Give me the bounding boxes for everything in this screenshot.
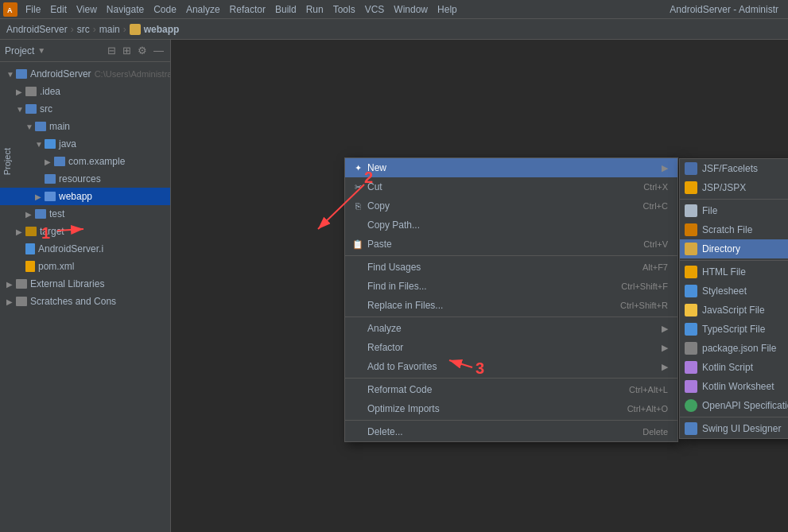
menu-edit[interactable]: Edit <box>45 2 72 17</box>
tree-arrow-androidserver: ▼ <box>6 70 14 79</box>
project-tree: ▼ AndroidServer C:\Users\Administrator\I… <box>0 62 170 313</box>
tree-item-webapp[interactable]: ▶ webapp <box>0 188 170 205</box>
menu-run[interactable]: Run <box>301 2 328 17</box>
menu-build[interactable]: Build <box>270 2 301 17</box>
folder-icon-resources <box>45 174 56 184</box>
tree-arrow-src: ▼ <box>16 105 24 114</box>
sub-item-kotlin-worksheet[interactable]: Kotlin Worksheet <box>680 377 788 396</box>
sub-icon-kotlin-worksheet <box>685 380 697 393</box>
tree-item-java[interactable]: ▼ java <box>0 135 170 153</box>
ctx-separator-2 <box>345 316 677 317</box>
menu-navigate[interactable]: Navigate <box>102 2 149 17</box>
context-menu: ✦ New ▶ ✂ Cut Ctrl+X ⎘ Copy Ctrl+C Copy … <box>344 157 678 442</box>
sub-icon-css <box>685 285 697 297</box>
ctx-shortcut-reformat: Ctrl+Alt+L <box>629 385 668 394</box>
sub-item-css[interactable]: Stylesheet <box>680 282 788 301</box>
menu-vcs[interactable]: VCS <box>360 2 390 17</box>
ctx-icon-new: ✦ <box>351 161 364 174</box>
tree-item-scratches[interactable]: ▶ Scratches and Cons <box>0 293 170 310</box>
sub-item-jsf[interactable]: JSF/Facelets <box>680 159 788 178</box>
menu-help[interactable]: Help <box>433 2 462 17</box>
ctx-label-delete: Delete... <box>367 426 403 437</box>
sub-icon-file <box>685 204 697 217</box>
ctx-item-reformat[interactable]: Reformat Code Ctrl+Alt+L <box>345 380 677 399</box>
breadcrumb-main[interactable]: main <box>99 24 120 35</box>
sub-icon-ts <box>685 323 697 336</box>
ctx-item-delete[interactable]: Delete... Delete <box>345 422 677 441</box>
menu-file[interactable]: File <box>21 2 45 17</box>
sub-item-swing[interactable]: Swing UI Designer <box>680 419 788 438</box>
menu-view[interactable]: View <box>72 2 102 17</box>
ctx-arrow-refactor: ▶ <box>662 343 668 353</box>
ctx-item-copy[interactable]: ⎘ Copy Ctrl+C <box>345 196 677 216</box>
ctx-item-find-usages[interactable]: Find Usages Alt+F7 <box>345 258 677 277</box>
menu-analyze[interactable]: Analyze <box>181 2 225 17</box>
sub-icon-swing <box>685 422 697 435</box>
menu-code[interactable]: Code <box>149 2 181 17</box>
menu-tools[interactable]: Tools <box>328 2 360 17</box>
breadcrumb-src[interactable]: src <box>77 24 90 35</box>
tree-item-androidserver[interactable]: ▼ AndroidServer C:\Users\Administrator\I… <box>0 65 170 83</box>
menu-refactor[interactable]: Refactor <box>225 2 270 17</box>
sub-icon-js <box>685 304 697 316</box>
breadcrumb-webapp[interactable]: webapp <box>144 24 180 35</box>
tree-label-target: target <box>40 226 64 237</box>
sub-item-file[interactable]: File <box>680 201 788 220</box>
tree-item-com-example[interactable]: ▶ com.example <box>0 153 170 170</box>
tree-arrow-scratches: ▶ <box>6 297 14 306</box>
ctx-item-copy-path[interactable]: Copy Path... <box>345 216 677 235</box>
panel-action-settings[interactable]: ⚙ <box>136 45 149 56</box>
tree-item-src[interactable]: ▼ src <box>0 100 170 118</box>
panel-chevron-icon[interactable]: ▼ <box>37 46 45 55</box>
ctx-icon-analyze <box>351 322 364 335</box>
panel-action-collapse[interactable]: ⊟ <box>106 45 118 56</box>
panel-action-close[interactable]: — <box>152 45 165 56</box>
sub-icon-html <box>685 266 697 278</box>
tree-item-androidserver-file[interactable]: ▶ AndroidServer.i <box>0 240 170 258</box>
tree-item-external-libs[interactable]: ▶ External Libraries <box>0 275 170 293</box>
ctx-icon-cut: ✂ <box>351 181 364 193</box>
breadcrumb-androidserver[interactable]: AndroidServer <box>6 24 68 35</box>
ctx-label-find-usages: Find Usages <box>367 262 421 273</box>
sub-item-openapi[interactable]: OpenAPI Specification <box>680 396 788 415</box>
sub-icon-scratch <box>685 223 697 236</box>
tree-item-pom[interactable]: ▶ pom.xml <box>0 258 170 275</box>
ctx-icon-find-in-files <box>351 280 364 293</box>
sub-item-pkg[interactable]: package.json File <box>680 339 788 358</box>
window-title: AndroidServer - Administr <box>670 4 785 15</box>
ctx-item-paste[interactable]: 📋 Paste Ctrl+V <box>345 235 677 254</box>
sub-icon-jsp <box>685 181 697 194</box>
folder-icon-webapp <box>45 192 56 201</box>
ctx-item-replace-in-files[interactable]: Replace in Files... Ctrl+Shift+R <box>345 296 677 315</box>
sub-item-directory[interactable]: Directory <box>680 239 788 258</box>
ctx-item-refactor[interactable]: Refactor ▶ <box>345 338 677 357</box>
ctx-label-replace-in-files: Replace in Files... <box>367 300 443 311</box>
ctx-item-analyze[interactable]: Analyze ▶ <box>345 319 677 338</box>
tree-item-test[interactable]: ▶ test <box>0 205 170 223</box>
panel-action-expand[interactable]: ⊞ <box>121 45 133 56</box>
ctx-shortcut-replace-in-files: Ctrl+Shift+R <box>620 301 668 310</box>
project-tab-label[interactable]: Project <box>0 143 14 180</box>
sub-item-scratch[interactable]: Scratch File Ctrl+Alt+Shift+Insert <box>680 220 788 239</box>
sub-item-ts[interactable]: TypeScript File <box>680 320 788 339</box>
folder-icon-com-example <box>54 157 65 166</box>
sub-item-jsp[interactable]: JSP/JSPX <box>680 178 788 197</box>
ctx-label-refactor: Refactor <box>367 342 403 353</box>
ctx-item-optimize-imports[interactable]: Optimize Imports Ctrl+Alt+O <box>345 399 677 418</box>
sub-item-js[interactable]: JavaScript File <box>680 301 788 320</box>
tree-item-target[interactable]: ▶ target <box>0 223 170 240</box>
tree-item-main[interactable]: ▼ main <box>0 118 170 135</box>
tree-item-idea[interactable]: ▶ .idea <box>0 83 170 100</box>
ctx-item-find-in-files[interactable]: Find in Files... Ctrl+Shift+F <box>345 277 677 296</box>
sub-item-html[interactable]: HTML File <box>680 262 788 282</box>
ctx-shortcut-find-in-files: Ctrl+Shift+F <box>621 282 668 291</box>
ctx-item-new[interactable]: ✦ New ▶ <box>345 158 677 177</box>
menu-window[interactable]: Window <box>389 2 433 17</box>
sub-item-kotlin-script[interactable]: Kotlin Script <box>680 358 788 377</box>
tree-item-resources[interactable]: ▶ resources <box>0 170 170 188</box>
ctx-icon-add-favorites <box>351 360 364 373</box>
ctx-shortcut-delete: Delete <box>642 427 668 437</box>
sub-label-openapi: OpenAPI Specification <box>702 400 788 411</box>
ctx-item-cut[interactable]: ✂ Cut Ctrl+X <box>345 177 677 196</box>
ctx-item-add-favorites[interactable]: Add to Favorites ▶ <box>345 357 677 376</box>
